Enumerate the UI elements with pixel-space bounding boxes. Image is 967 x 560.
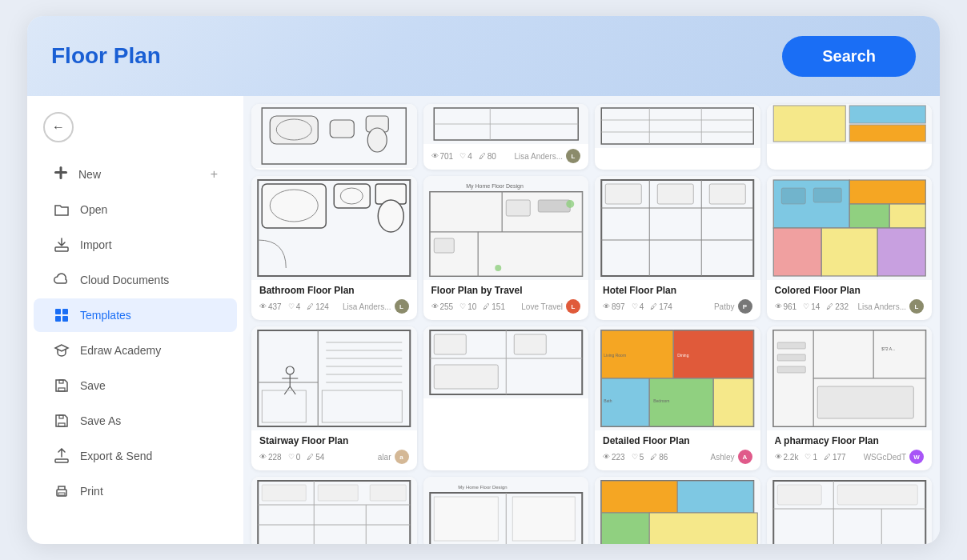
page-title: Floor Plan <box>51 43 161 69</box>
card-meta: 👁 961 ♡ 14 🖊 232 <box>775 299 925 314</box>
svg-rect-85 <box>434 334 466 354</box>
open-icon <box>53 201 70 218</box>
card-bathroom-partial[interactable] <box>251 104 417 170</box>
card-myhome[interactable]: My Home Floor Design <box>423 176 589 320</box>
sidebar-item-open[interactable]: Open <box>34 193 237 226</box>
svg-rect-101 <box>873 330 925 378</box>
card-row4-col2[interactable]: My Home Floor Design <box>423 477 589 544</box>
eye-icon: 👁 <box>431 152 439 160</box>
svg-point-18 <box>367 128 387 152</box>
card-hotel[interactable]: Hotel Floor Plan 👁 897 ♡ 4 <box>595 176 760 320</box>
sidebar-item-new[interactable]: New + <box>34 157 237 191</box>
svg-rect-40 <box>430 192 502 232</box>
svg-rect-23 <box>601 108 753 144</box>
sidebar-item-print[interactable]: Print <box>34 474 237 508</box>
card-title: A pharmacy Floor Plan <box>775 435 925 446</box>
sidebar-label-export: Export & Send <box>80 450 152 462</box>
svg-rect-114 <box>318 485 358 501</box>
author-avatar: a <box>395 450 409 464</box>
views-stat: 👁 2.2k <box>775 453 799 462</box>
back-button[interactable]: ← <box>43 112 74 142</box>
card-info: Bathroom Floor Plan 👁 437 ♡ 4 <box>251 280 417 320</box>
card-info: Colored Floor Plan 👁 961 ♡ 14 <box>767 280 933 320</box>
likes-stat: ♡ 4 <box>459 152 472 161</box>
card-info: Detailed Floor Plan 👁 223 ♡ 5 <box>595 430 760 470</box>
card-top2[interactable]: 👁 701 ♡ 4 🖊 80 <box>423 104 589 170</box>
svg-rect-123 <box>601 481 677 513</box>
sidebar-item-saveas[interactable]: Save As <box>34 404 237 438</box>
sidebar-item-save[interactable]: Save <box>34 369 237 402</box>
export-icon <box>53 447 70 465</box>
card-bottom2[interactable] <box>423 326 589 470</box>
likes-stat: ♡ 0 <box>288 453 301 462</box>
template-grid: 👁 701 ♡ 4 🖊 80 <box>251 104 932 544</box>
card-meta: 👁 228 ♡ 0 🖊 54 <box>259 450 409 464</box>
card-hotel-top[interactable] <box>595 104 760 170</box>
sidebar-item-export[interactable]: Export & Send <box>34 439 237 473</box>
svg-rect-121 <box>512 497 575 541</box>
sidebar-item-import[interactable]: Import <box>34 228 237 262</box>
author-avatar: L <box>909 299 924 314</box>
likes-stat: ♡ 4 <box>632 302 644 311</box>
card-image <box>251 326 417 430</box>
svg-rect-11 <box>55 459 68 462</box>
card-detailed[interactable]: Living Room Dining Bath Bedroom Detailed… <box>595 326 760 470</box>
card-row4-col3[interactable] <box>595 477 760 544</box>
comments-stat: 🖊 232 <box>826 302 849 311</box>
card-title: Bathroom Floor Plan <box>259 285 409 296</box>
card-colored[interactable]: Colored Floor Plan 👁 961 ♡ 14 <box>767 176 933 320</box>
comments-stat: 🖊 54 <box>307 453 324 462</box>
author-avatar: P <box>738 299 752 314</box>
card-author: alar a <box>378 450 409 464</box>
card-stats: 👁 2.2k ♡ 1 🖊 177 <box>775 453 846 462</box>
svg-text:Dining: Dining <box>677 353 688 358</box>
svg-rect-54 <box>605 184 641 204</box>
sidebar: ← New + Open <box>27 96 243 544</box>
card-stats: 👁 701 ♡ 4 🖊 80 <box>431 152 496 161</box>
card-row4-col4[interactable] <box>767 477 933 544</box>
card-author: Lisa Anders... L <box>343 299 409 314</box>
svg-rect-4 <box>62 309 68 314</box>
svg-rect-9 <box>58 423 65 426</box>
card-bathroom[interactable]: Bathroom Floor Plan 👁 437 ♡ 4 <box>251 176 417 320</box>
content-area[interactable]: 👁 701 ♡ 4 🖊 80 <box>243 96 940 544</box>
search-button[interactable]: Search <box>782 36 916 77</box>
card-colored-top[interactable] <box>767 104 933 170</box>
print-icon <box>53 482 70 500</box>
sidebar-label-print: Print <box>80 485 103 498</box>
card-image: Living Room Dining Bath Bedroom <box>595 326 760 430</box>
card-image <box>251 104 417 168</box>
views-stat: 👁 223 <box>603 453 625 462</box>
save-icon <box>53 377 70 394</box>
templates-icon <box>53 306 70 324</box>
svg-point-48 <box>495 265 501 271</box>
svg-rect-125 <box>601 513 649 544</box>
svg-text:My Home Floor Design: My Home Floor Design <box>466 183 524 190</box>
svg-rect-106 <box>817 386 913 418</box>
author-avatar: L <box>566 299 580 314</box>
svg-rect-28 <box>773 106 845 142</box>
card-image <box>767 104 933 144</box>
svg-rect-45 <box>538 200 570 212</box>
comments-stat: 🖊 124 <box>307 302 329 311</box>
sidebar-item-academy[interactable]: Edraw Academy <box>34 334 237 367</box>
card-title: Floor Plan by Travel <box>431 285 581 296</box>
svg-rect-3 <box>55 309 61 314</box>
card-stairway[interactable]: Stairway Floor Plan 👁 228 ♡ 0 <box>251 326 417 470</box>
heart-icon: ♡ <box>459 152 466 160</box>
card-title: Detailed Floor Plan <box>603 435 752 446</box>
card-author: Love Travel L <box>521 299 580 314</box>
card-image <box>251 477 417 544</box>
card-author: Ashley A <box>710 450 752 464</box>
views-stat: 👁 255 <box>431 302 454 311</box>
author-avatar: L <box>395 299 409 314</box>
sidebar-item-templates[interactable]: Templates <box>34 298 237 332</box>
card-pharmacy[interactable]: $72 A... A pharmacy Floor Plan 👁 2.2k <box>767 326 933 470</box>
card-info: Stairway Floor Plan 👁 228 ♡ 0 <box>251 430 417 470</box>
comments-stat: 🖊 177 <box>824 453 846 462</box>
svg-rect-46 <box>434 238 454 253</box>
card-row4-col1[interactable] <box>251 477 417 544</box>
sidebar-item-cloud[interactable]: Cloud Documents <box>34 263 237 297</box>
card-info: Floor Plan by Travel 👁 255 ♡ 10 <box>423 280 589 320</box>
card-stats: 👁 897 ♡ 4 🖊 174 <box>603 302 672 311</box>
